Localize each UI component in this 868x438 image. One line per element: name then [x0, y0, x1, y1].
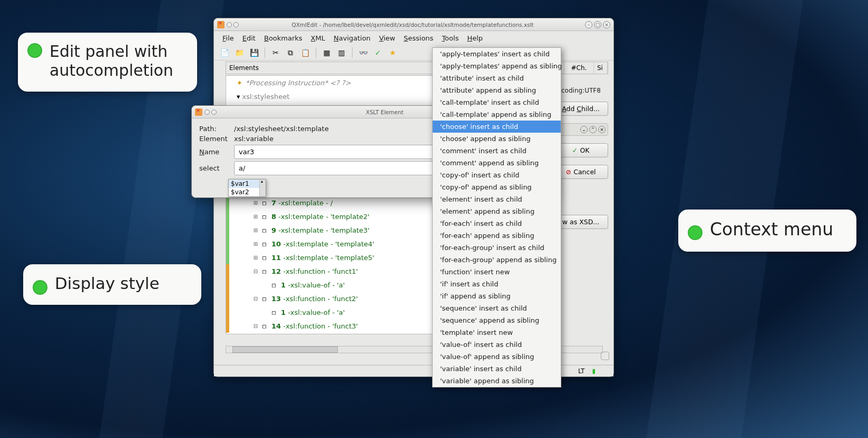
add-child-button[interactable]: Add Child... — [553, 102, 608, 116]
context-menu-item[interactable]: 'for-each-group' append as sibling — [433, 254, 561, 266]
menu-sessions[interactable]: Sessions — [401, 33, 436, 43]
file-save-icon[interactable]: 💾 — [249, 47, 259, 58]
row-label: 11 -xsl:template - 'template5' — [271, 254, 374, 262]
collapse-icon[interactable]: ⌄ — [580, 126, 588, 133]
close-icon[interactable]: × — [603, 21, 610, 28]
context-menu-item[interactable]: 'if' append as sibling — [433, 290, 561, 302]
context-menu-item[interactable]: 'if' insert as child — [433, 278, 561, 290]
context-menu-item[interactable]: 'variable' append as sibling — [433, 375, 561, 387]
toggle-icon[interactable]: ⊞ — [252, 200, 259, 206]
row-label: 13 -xsl:function - 'funct2' — [271, 295, 358, 303]
context-menu-item[interactable]: 'template' insert new — [433, 326, 561, 339]
context-menu-item[interactable]: 'sequence' insert as child — [433, 302, 561, 314]
menu-navigation[interactable]: Navigation — [330, 33, 374, 43]
toggle-icon[interactable]: ⊟ — [252, 268, 259, 274]
right-panel: encoding:UTF8 Add Child... ⌄ ⌃ × OK Canc… — [553, 87, 608, 229]
cut-icon[interactable]: ✂ — [270, 47, 281, 58]
row-label: 14 -xsl:function - 'funct3' — [271, 322, 358, 330]
expand-icon[interactable]: ⌃ — [589, 126, 597, 133]
window-control[interactable] — [227, 22, 232, 27]
element-icon: ▫ — [262, 213, 269, 220]
status-indicator-icon: ▮ — [590, 367, 598, 375]
context-menu-item[interactable]: 'element' insert as child — [433, 193, 561, 205]
row-label: 1 -xsl:value-of - 'a' — [281, 281, 345, 289]
context-menu-item[interactable]: 'choose' insert as child — [433, 121, 561, 133]
scrollbar-vertical[interactable] — [259, 180, 266, 196]
callout-context-menu: Context menu — [678, 210, 856, 252]
context-menu-item[interactable]: 'value-of' append as sibling — [433, 351, 561, 363]
table-icon[interactable]: ▦ — [321, 47, 332, 58]
menu-edit[interactable]: Edit — [239, 33, 259, 43]
app-icon — [217, 21, 225, 28]
window-control[interactable] — [211, 110, 217, 115]
paste-icon[interactable]: 📋 — [300, 47, 310, 58]
panel-inset: ⌄ ⌃ × — [553, 123, 608, 136]
element-icon: ▫ — [262, 254, 269, 261]
context-menu-item[interactable]: 'apply-templates' insert as child — [433, 48, 561, 60]
context-menu[interactable]: 'apply-templates' insert as child'apply-… — [432, 47, 561, 387]
wand-icon: ✦ — [237, 79, 242, 87]
columns-icon[interactable]: ▥ — [336, 47, 347, 58]
menu-xml[interactable]: XML — [308, 33, 328, 43]
toggle-icon[interactable]: ⊞ — [252, 241, 259, 247]
menu-help[interactable]: Help — [464, 33, 486, 43]
context-menu-item[interactable]: 'variable' insert as child — [433, 363, 561, 375]
check-icon[interactable]: ✓ — [373, 47, 383, 58]
context-menu-item[interactable]: 'for-each-group' insert as child — [433, 242, 561, 254]
row-label: 7 -xsl:template - / — [271, 199, 333, 207]
menu-view[interactable]: View — [376, 33, 398, 43]
context-menu-item[interactable]: 'element' append as sibling — [433, 205, 561, 217]
binoculars-icon[interactable]: 👓 — [358, 47, 368, 58]
context-menu-item[interactable]: 'copy-of' insert as child — [433, 169, 561, 181]
toggle-icon[interactable]: ⊟ — [252, 296, 259, 302]
context-menu-item[interactable]: 'copy-of' append as sibling — [433, 181, 561, 193]
context-menu-item[interactable]: 'choose' append as sibling — [433, 133, 561, 145]
ok-button[interactable]: OK — [553, 143, 608, 157]
context-menu-item[interactable]: 'sequence' append as sibling — [433, 314, 561, 326]
context-menu-item[interactable]: 'attribute' insert as child — [433, 72, 561, 84]
element-icon: ▫ — [262, 322, 269, 330]
cancel-button[interactable]: Cancel — [553, 165, 608, 179]
window-control[interactable] — [233, 22, 239, 27]
menu-tools[interactable]: Tools — [438, 33, 462, 43]
element-icon: ▫ — [271, 308, 279, 316]
star-icon[interactable]: ★ — [387, 47, 398, 58]
toggle-icon[interactable]: ⊞ — [252, 214, 259, 220]
context-menu-item[interactable]: 'comment' append as sibling — [433, 157, 561, 169]
context-menu-item[interactable]: 'for-each' insert as child — [433, 217, 561, 230]
callout-text: Display style — [55, 274, 159, 293]
autocomplete-popup[interactable]: $var1$var2 — [228, 179, 266, 197]
status-icon[interactable] — [601, 352, 609, 360]
context-menu-item[interactable]: 'attribute' append as sibling — [433, 84, 561, 96]
context-menu-item[interactable]: 'for-each' append as sibling — [433, 230, 561, 242]
context-menu-item[interactable]: 'call-template' insert as child — [433, 96, 561, 108]
col-children[interactable]: #Ch. — [564, 62, 594, 74]
menu-file[interactable]: File — [219, 33, 237, 43]
copy-icon[interactable]: ⧉ — [285, 47, 296, 58]
view-xsd-button[interactable]: w as XSD... — [553, 215, 608, 229]
row-label: 12 -xsl:function - 'funct1' — [271, 267, 358, 275]
row-label: 1 -xsl:value-of - 'a' — [281, 308, 345, 316]
col-size[interactable]: Si — [594, 62, 608, 74]
context-menu-item[interactable]: 'function' insert new — [433, 266, 561, 278]
toggle-icon[interactable]: ⊞ — [252, 255, 259, 261]
row-label: xsl:stylesheet — [242, 93, 290, 101]
select-label: select — [199, 164, 229, 172]
context-menu-item[interactable]: 'apply-templates' append as sibling — [433, 60, 561, 72]
status-xslt: LT — [576, 367, 587, 375]
window-control[interactable] — [204, 110, 210, 115]
maximize-icon[interactable]: ▢ — [594, 21, 601, 28]
file-open-icon[interactable]: 📁 — [234, 47, 245, 58]
name-label: Name — [199, 148, 229, 156]
close-panel-icon[interactable]: × — [598, 126, 606, 133]
file-new-icon[interactable]: 📄 — [219, 47, 230, 58]
element-icon: ▫ — [262, 226, 269, 234]
menu-bookmarks[interactable]: Bookmarks — [261, 33, 306, 43]
minimize-icon[interactable]: – — [585, 21, 592, 28]
context-menu-item[interactable]: 'call-template' append as sibling — [433, 108, 561, 121]
toggle-icon[interactable]: ⊞ — [252, 227, 259, 233]
context-menu-item[interactable]: 'comment' insert as child — [433, 145, 561, 157]
context-menu-item[interactable]: 'value-of' insert as child — [433, 339, 561, 351]
encoding-label: encoding:UTF8 — [553, 87, 608, 94]
toggle-icon[interactable]: ⊟ — [252, 323, 259, 329]
